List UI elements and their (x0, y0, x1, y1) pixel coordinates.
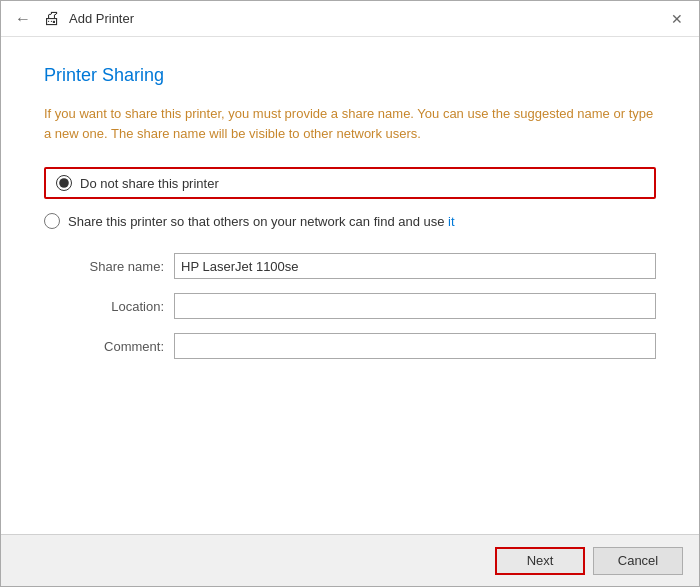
share-name-label: Share name: (64, 259, 174, 274)
comment-label: Comment: (64, 339, 174, 354)
radio-do-not-share-label: Do not share this printer (80, 176, 219, 191)
radio-group: Do not share this printer Share this pri… (44, 167, 656, 229)
share-name-input[interactable] (174, 253, 656, 279)
radio-share-label: Share this printer so that others on you… (68, 214, 455, 229)
title-bar-left: ← 🖨 Add Printer (11, 8, 134, 30)
location-input[interactable] (174, 293, 656, 319)
share-name-row: Share name: (64, 253, 656, 279)
location-label: Location: (64, 299, 174, 314)
radio-share-option[interactable]: Share this printer so that others on you… (44, 213, 656, 229)
comment-input[interactable] (174, 333, 656, 359)
cancel-button[interactable]: Cancel (593, 547, 683, 575)
form-fields: Share name: Location: Comment: (64, 253, 656, 359)
back-button[interactable]: ← (11, 8, 35, 30)
radio-do-not-share-input[interactable] (56, 175, 72, 191)
radio-do-not-share-option[interactable]: Do not share this printer (44, 167, 656, 199)
title-bar: ← 🖨 Add Printer ✕ (1, 1, 699, 37)
footer: Next Cancel (1, 534, 699, 586)
share-link[interactable]: it (448, 214, 455, 229)
description-text: If you want to share this printer, you m… (44, 104, 656, 143)
printer-icon: 🖨 (43, 8, 61, 29)
comment-row: Comment: (64, 333, 656, 359)
section-title: Printer Sharing (44, 65, 656, 86)
add-printer-window: ← 🖨 Add Printer ✕ Printer Sharing If you… (0, 0, 700, 587)
close-button[interactable]: ✕ (665, 7, 689, 31)
main-content: Printer Sharing If you want to share thi… (1, 37, 699, 534)
location-row: Location: (64, 293, 656, 319)
radio-share-input[interactable] (44, 213, 60, 229)
window-title: Add Printer (69, 11, 134, 26)
next-button[interactable]: Next (495, 547, 585, 575)
